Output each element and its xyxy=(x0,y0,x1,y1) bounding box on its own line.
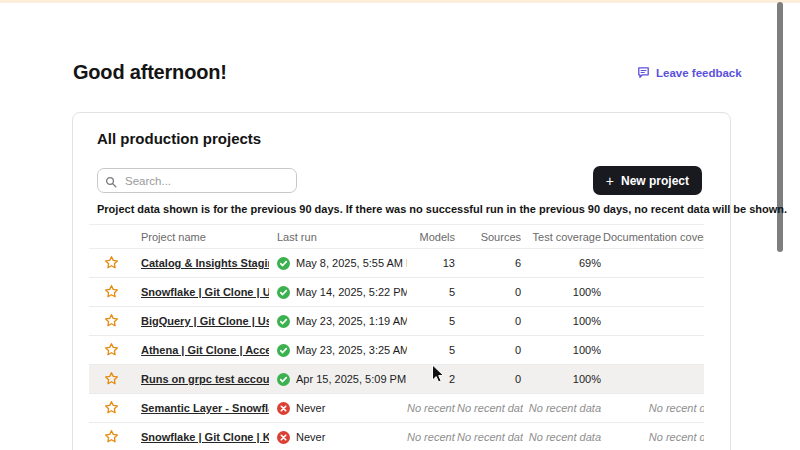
last-run-text: Apr 15, 2025, 5:09 PM BST xyxy=(296,373,407,385)
table-row[interactable]: Snowflake | Git Clone | Key...NeverNo re… xyxy=(89,423,704,450)
column-header-doc-coverage[interactable]: Documentation coverage xyxy=(603,225,704,249)
success-check-icon xyxy=(277,315,290,328)
last-run-text: May 14, 2025, 5:22 PM BST xyxy=(296,286,407,298)
plus-icon: + xyxy=(606,174,614,188)
column-header-test-coverage[interactable]: Test coverage xyxy=(523,225,603,249)
sources-cell: No recent data xyxy=(457,394,523,423)
leave-feedback-label: Leave feedback xyxy=(656,67,742,79)
doc-coverage-cell: No recent data xyxy=(603,423,704,450)
column-header-last-run[interactable]: Last run xyxy=(269,225,407,249)
table-row[interactable]: Athena | Git Clone | Acces...May 23, 202… xyxy=(89,336,704,365)
table-row[interactable]: BigQuery | Git Clone | User...May 23, 20… xyxy=(89,307,704,336)
project-name-link[interactable]: Snowflake | Git Clone | Use... xyxy=(141,286,269,298)
search-input[interactable] xyxy=(97,168,297,193)
models-cell: 2 xyxy=(407,365,457,394)
test-coverage-cell: No recent data xyxy=(523,423,603,450)
error-x-icon xyxy=(277,431,290,444)
success-check-icon xyxy=(277,257,290,270)
projects-table-body: Catalog & Insights Staging...May 8, 2025… xyxy=(89,249,704,450)
doc-coverage-cell xyxy=(603,278,704,307)
doc-coverage-cell xyxy=(603,336,704,365)
table-row[interactable]: Catalog & Insights Staging...May 8, 2025… xyxy=(89,249,704,278)
success-check-icon xyxy=(277,344,290,357)
last-run-text: Never xyxy=(296,402,325,414)
star-column-header xyxy=(89,225,133,249)
project-name-link[interactable]: BigQuery | Git Clone | User... xyxy=(141,315,269,327)
data-notice-text: Project data shown is for the previous 9… xyxy=(97,203,702,215)
models-cell: 5 xyxy=(407,307,457,336)
project-name-link[interactable]: Athena | Git Clone | Acces... xyxy=(141,344,269,356)
table-row[interactable]: Semantic Layer - SnowflakeNeverNo recent… xyxy=(89,394,704,423)
star-icon[interactable] xyxy=(104,255,119,270)
test-coverage-cell: No recent data xyxy=(523,394,603,423)
last-run-text: May 8, 2025, 5:55 AM BST xyxy=(296,257,407,269)
column-header-sources[interactable]: Sources xyxy=(457,225,523,249)
models-cell: No recent data xyxy=(407,394,457,423)
panel-title: All production projects xyxy=(97,129,702,148)
project-name-link[interactable]: Runs on grpc test account xyxy=(141,373,269,385)
project-name-link[interactable]: Snowflake | Git Clone | Key... xyxy=(141,431,269,443)
sources-cell: No recent data xyxy=(457,423,523,450)
star-icon[interactable] xyxy=(104,429,119,444)
column-header-project-name[interactable]: Project name xyxy=(133,225,269,249)
sources-cell: 0 xyxy=(457,336,523,365)
models-cell: 5 xyxy=(407,336,457,365)
star-icon[interactable] xyxy=(104,284,119,299)
doc-coverage-cell xyxy=(603,307,704,336)
star-icon[interactable] xyxy=(104,400,119,415)
table-row[interactable]: Snowflake | Git Clone | Use...May 14, 20… xyxy=(89,278,704,307)
last-run-text: May 23, 2025, 3:25 AM BST xyxy=(296,344,407,356)
models-cell: No recent data xyxy=(407,423,457,450)
project-name-link[interactable]: Catalog & Insights Staging... xyxy=(141,257,269,269)
test-coverage-cell: 100% xyxy=(523,336,603,365)
panel-controls: + New project xyxy=(97,166,702,195)
last-run-text: Never xyxy=(296,431,325,443)
star-icon[interactable] xyxy=(104,313,119,328)
feedback-bubble-icon xyxy=(637,66,650,79)
doc-coverage-cell xyxy=(603,249,704,278)
sources-cell: 0 xyxy=(457,278,523,307)
projects-table-container: Project name Last run Models Sources Tes… xyxy=(89,224,704,450)
project-name-link[interactable]: Semantic Layer - Snowflake xyxy=(141,402,269,414)
success-check-icon xyxy=(277,373,290,386)
search-box xyxy=(97,168,297,193)
table-header-row: Project name Last run Models Sources Tes… xyxy=(89,225,704,249)
test-coverage-cell: 100% xyxy=(523,278,603,307)
test-coverage-cell: 100% xyxy=(523,307,603,336)
new-project-button[interactable]: + New project xyxy=(593,166,702,195)
sources-cell: 0 xyxy=(457,307,523,336)
column-header-models[interactable]: Models xyxy=(407,225,457,249)
test-coverage-cell: 100% xyxy=(523,365,603,394)
projects-table: Project name Last run Models Sources Tes… xyxy=(89,224,704,450)
star-icon[interactable] xyxy=(104,371,119,386)
models-cell: 5 xyxy=(407,278,457,307)
top-accent-bar xyxy=(0,0,800,3)
models-cell: 13 xyxy=(407,249,457,278)
search-icon xyxy=(105,174,117,192)
projects-panel: All production projects + New project Pr… xyxy=(72,112,731,450)
new-project-label: New project xyxy=(621,174,689,188)
doc-coverage-cell: No recent data xyxy=(603,394,704,423)
star-icon[interactable] xyxy=(104,342,119,357)
leave-feedback-link[interactable]: Leave feedback xyxy=(637,66,742,79)
table-row[interactable]: Runs on grpc test accountApr 15, 2025, 5… xyxy=(89,365,704,394)
sources-cell: 0 xyxy=(457,365,523,394)
error-x-icon xyxy=(277,402,290,415)
page-title: Good afternoon! xyxy=(73,61,227,84)
test-coverage-cell: 69% xyxy=(523,249,603,278)
doc-coverage-cell xyxy=(603,365,704,394)
sources-cell: 6 xyxy=(457,249,523,278)
success-check-icon xyxy=(277,286,290,299)
last-run-text: May 23, 2025, 1:19 AM BST xyxy=(296,315,407,327)
